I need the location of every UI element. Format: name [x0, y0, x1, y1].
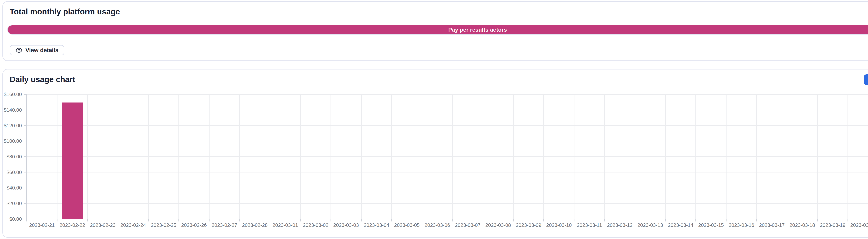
x-axis-label: 2023-03-02 [303, 222, 329, 228]
x-axis-label: 2023-03-17 [759, 222, 785, 228]
x-axis-label: 2023-03-14 [668, 222, 693, 228]
x-axis-label: 2023-02-25 [151, 222, 176, 228]
x-axis-label: 2023-02-26 [181, 222, 207, 228]
x-axis-label: 2023-02-27 [212, 222, 237, 228]
usage-dashboard: Total monthly platform usage $150.00 Pay… [0, 0, 868, 239]
x-axis-label: 2023-03-04 [364, 222, 389, 228]
daily-usage-card: Daily usage chart Absolute Cumulative $0… [2, 69, 868, 238]
y-axis-label: $60.00 [7, 170, 22, 175]
usage-bar-label: Pay per results actors [448, 27, 507, 33]
x-axis-label: 2023-02-22 [60, 222, 85, 228]
x-axis-label: 2023-03-05 [394, 222, 420, 228]
total-monthly-usage-card: Total monthly platform usage $150.00 Pay… [2, 1, 868, 61]
toggle-absolute-button[interactable]: Absolute [864, 74, 868, 85]
x-axis-label: 2023-03-11 [577, 222, 602, 228]
y-axis-label: $40.00 [7, 185, 22, 191]
x-axis-label: 2023-02-21 [29, 222, 55, 228]
x-axis-label: 2023-03-16 [728, 222, 754, 228]
x-axis-label: 2023-02-23 [90, 222, 116, 228]
x-axis-label: 2023-03-20 [850, 222, 868, 228]
chart-bar[interactable] [62, 102, 83, 219]
x-axis-label: 2023-02-28 [242, 222, 268, 228]
x-axis-label: 2023-03-03 [333, 222, 359, 228]
x-axis-label: 2023-03-12 [607, 222, 632, 228]
x-axis-label: 2023-03-01 [272, 222, 298, 228]
chart-area: $0.00$20.00$40.00$60.00$80.00$100.00$120… [3, 86, 868, 236]
x-axis-label: 2023-03-07 [455, 222, 480, 228]
usage-progress-fill[interactable]: Pay per results actors [8, 25, 868, 34]
eye-icon [16, 47, 22, 54]
y-axis-label: $120.00 [4, 123, 22, 128]
y-axis-label: $100.00 [4, 139, 22, 144]
x-axis-label: 2023-03-19 [820, 222, 845, 228]
y-axis-label: $80.00 [7, 154, 22, 159]
daily-chart-title: Daily usage chart [10, 75, 75, 84]
y-axis-label: $160.00 [4, 92, 22, 97]
x-axis-label: 2023-03-13 [638, 222, 663, 228]
x-axis-label: 2023-03-10 [546, 222, 572, 228]
x-axis-label: 2023-03-15 [698, 222, 724, 228]
view-mode-toggle: Absolute Cumulative [864, 74, 868, 85]
x-axis-label: 2023-03-09 [516, 222, 541, 228]
x-axis-label: 2023-02-24 [121, 222, 146, 228]
x-axis-label: 2023-03-18 [789, 222, 815, 228]
view-details-label: View details [25, 47, 58, 54]
y-axis-label: $140.00 [4, 107, 22, 113]
daily-chart-header: Daily usage chart Absolute Cumulative [3, 69, 868, 85]
y-axis-label: $20.00 [7, 201, 22, 206]
x-axis-label: 2023-03-06 [425, 222, 450, 228]
daily-usage-chart: $0.00$20.00$40.00$60.00$80.00$100.00$120… [3, 86, 868, 232]
x-axis-label: 2023-03-08 [485, 222, 511, 228]
view-details-button[interactable]: View details [10, 45, 64, 55]
y-axis-label: $0.00 [9, 216, 22, 222]
monthly-usage-title: Total monthly platform usage [10, 7, 120, 16]
usage-progress-bar[interactable]: Pay per results actors [7, 25, 868, 35]
